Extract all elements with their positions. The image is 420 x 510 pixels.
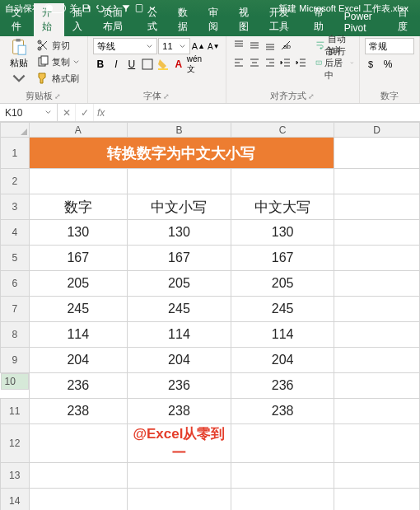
cell[interactable] [334, 399, 420, 424]
cell[interactable] [334, 246, 420, 271]
select-all-corner[interactable] [1, 123, 30, 138]
cell[interactable]: 236 [128, 373, 231, 399]
row-header[interactable]: 13 [1, 463, 30, 489]
cell[interactable] [29, 489, 128, 511]
autosave-toggle[interactable] [44, 3, 66, 13]
row-header[interactable]: 10 [1, 373, 29, 390]
name-box[interactable]: K10 [0, 104, 58, 121]
tab-insert[interactable]: 插入 [64, 3, 95, 36]
format-painter-button[interactable]: 格式刷 [36, 71, 80, 86]
cell[interactable]: 114 [231, 322, 334, 348]
fill-color-button[interactable] [156, 57, 170, 72]
align-center-icon[interactable] [247, 55, 262, 70]
fx-cancel-icon[interactable]: ✕ [58, 104, 76, 121]
tab-view[interactable]: 视图 [231, 3, 261, 36]
cut-button[interactable]: 剪切 [36, 38, 80, 53]
cell[interactable] [334, 194, 420, 220]
tab-file[interactable]: 文件 [3, 3, 34, 36]
row-header[interactable]: 6 [1, 271, 30, 297]
cell[interactable] [334, 169, 420, 194]
align-middle-icon[interactable] [247, 38, 262, 53]
cell[interactable]: 中文小写 [128, 194, 231, 220]
tab-dev[interactable]: 开发工具 [261, 3, 306, 36]
cell[interactable]: 中文大写 [231, 194, 334, 220]
cell[interactable]: 238 [231, 399, 334, 424]
title-cell[interactable]: 转换数字为中文大小写 [29, 138, 334, 169]
fx-enter-icon[interactable]: ✓ [76, 104, 94, 121]
cell[interactable] [334, 373, 420, 399]
cell[interactable]: 238 [128, 399, 231, 424]
cell[interactable]: 167 [29, 246, 128, 271]
cell[interactable]: 238 [29, 399, 128, 424]
cell[interactable] [334, 424, 420, 463]
cell[interactable] [231, 489, 334, 511]
cell[interactable]: 205 [29, 271, 128, 297]
cell[interactable]: 204 [128, 348, 231, 373]
tab-data[interactable]: 数据 [170, 3, 200, 36]
worksheet[interactable]: A B C D 1 转换数字为中文大小写 2 3 数字 中文小写 中文大写 41… [0, 122, 420, 510]
cell[interactable] [231, 463, 334, 489]
cell[interactable]: 204 [231, 348, 334, 373]
tab-baidu[interactable]: 百度 [390, 3, 420, 36]
col-header-a[interactable]: A [29, 123, 128, 138]
cell[interactable]: 236 [231, 373, 334, 399]
footer-cell[interactable]: @Excel从零到一 [128, 424, 231, 463]
currency-icon[interactable]: $ [365, 57, 380, 72]
italic-button[interactable]: I [109, 57, 124, 72]
row-header[interactable]: 8 [1, 322, 30, 348]
percent-icon[interactable]: % [380, 57, 395, 72]
phonetic-button[interactable]: wén文 [187, 57, 202, 72]
underline-button[interactable]: U [124, 57, 139, 72]
font-color-button[interactable]: A [171, 57, 186, 72]
align-right-icon[interactable] [263, 55, 278, 70]
cell[interactable] [128, 169, 231, 194]
decrease-font-icon[interactable]: A▼ [207, 39, 221, 54]
align-top-icon[interactable] [231, 38, 246, 53]
row-header[interactable]: 12 [1, 424, 30, 463]
cell[interactable]: 130 [29, 220, 128, 246]
cell[interactable] [29, 424, 128, 463]
cell[interactable]: 数字 [29, 194, 128, 220]
col-header-c[interactable]: C [231, 123, 334, 138]
row-header[interactable]: 9 [1, 348, 30, 373]
cell[interactable]: 236 [29, 373, 128, 399]
cell[interactable]: 114 [128, 322, 231, 348]
cell[interactable] [334, 297, 420, 322]
cell[interactable]: 114 [29, 322, 128, 348]
decrease-indent-icon[interactable] [278, 55, 293, 70]
tab-powerpivot[interactable]: Power Pivot [336, 8, 390, 36]
copy-button[interactable]: 复制 [36, 54, 80, 69]
cell[interactable]: 130 [231, 220, 334, 246]
cell[interactable] [334, 348, 420, 373]
cell[interactable]: 204 [29, 348, 128, 373]
col-header-d[interactable]: D [334, 123, 420, 138]
cell[interactable] [128, 489, 231, 511]
col-header-b[interactable]: B [128, 123, 231, 138]
cell[interactable]: 205 [231, 271, 334, 297]
cell[interactable] [128, 463, 231, 489]
cell[interactable]: 167 [128, 246, 231, 271]
cell[interactable] [334, 463, 420, 489]
cell[interactable] [231, 169, 334, 194]
align-bottom-icon[interactable] [263, 38, 278, 53]
cell[interactable] [334, 489, 420, 511]
tab-layout[interactable]: 页面布局 [95, 3, 139, 36]
paste-button[interactable]: 粘贴 [5, 38, 33, 90]
number-format-select[interactable]: 常规 [365, 38, 414, 54]
cell[interactable]: 130 [128, 220, 231, 246]
formula-bar[interactable] [108, 104, 420, 121]
row-header[interactable]: 1 [1, 138, 30, 169]
font-size-select[interactable]: 11 [158, 38, 190, 54]
row-header[interactable]: 7 [1, 297, 30, 322]
border-button[interactable] [140, 57, 155, 72]
fx-icon[interactable]: fx [94, 107, 108, 119]
merge-center-button[interactable]: 合并后居中 [315, 55, 354, 70]
cell[interactable] [231, 424, 334, 463]
cell[interactable]: 167 [231, 246, 334, 271]
cell[interactable] [334, 138, 420, 169]
cell[interactable] [334, 322, 420, 348]
row-header[interactable]: 2 [1, 169, 30, 194]
increase-indent-icon[interactable] [294, 55, 309, 70]
row-header[interactable]: 5 [1, 246, 30, 271]
tab-formulas[interactable]: 公式 [139, 3, 170, 36]
